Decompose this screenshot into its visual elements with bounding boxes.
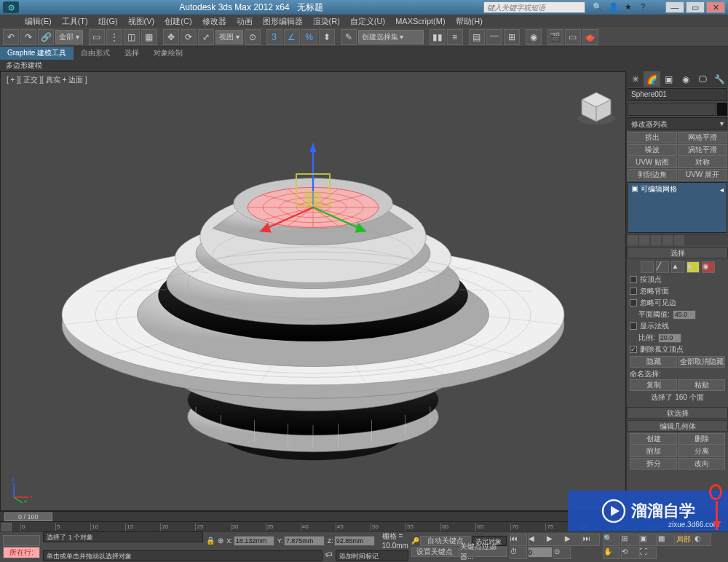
by-vertex-checkbox[interactable]	[630, 276, 637, 283]
zoom-extents-button[interactable]: ▣	[639, 534, 657, 546]
modifier-list-dropdown[interactable]: 修改器列表▾	[628, 117, 727, 130]
modify-tab[interactable]: 🌈	[644, 71, 660, 87]
restore-button[interactable]: ▭	[686, 1, 705, 13]
make-unique-button[interactable]	[651, 235, 661, 245]
object-name-field[interactable]: Sphere001	[628, 88, 727, 101]
hierarchy-tab[interactable]: ▣	[660, 71, 677, 87]
snap-toggle[interactable]: 3	[266, 29, 282, 45]
ribbon-tab-graphite[interactable]: Graphite 建模工具	[0, 47, 74, 60]
coord-x-input[interactable]	[234, 536, 274, 546]
orbit-button[interactable]: ⟲	[621, 547, 638, 559]
menu-customize[interactable]: 自定义(U)	[347, 15, 388, 28]
rollout-editgeo-header[interactable]: 编辑几何体	[627, 420, 728, 432]
select-name-button[interactable]: ⋮	[106, 29, 122, 45]
hide-button[interactable]: 隐藏	[630, 356, 677, 368]
pivot-button[interactable]: ⊙	[245, 29, 261, 45]
close-button[interactable]: ✕	[706, 1, 725, 13]
display-tab[interactable]: 🖵	[695, 71, 711, 87]
spinner-snap-toggle[interactable]: ⬍	[319, 29, 335, 45]
unhide-all-button[interactable]: 全部取消隐藏	[678, 356, 725, 368]
track-toggle-icon[interactable]	[1, 523, 12, 531]
time-tag-icon[interactable]: 🏷	[325, 550, 333, 561]
mod-uvwmap[interactable]: UVW 贴图	[628, 157, 677, 168]
geo-delete-button[interactable]: 删除	[678, 433, 725, 445]
mod-extrude[interactable]: 挤出	[628, 132, 677, 143]
mod-noise[interactable]: 噪波	[628, 144, 677, 156]
maximize-viewport-button[interactable]: ⛶	[639, 547, 657, 559]
undo-button[interactable]: ↶	[3, 29, 19, 45]
ignore-visible-checkbox[interactable]	[630, 299, 637, 306]
menu-maxscript[interactable]: MAXScript(M)	[392, 16, 448, 26]
viewport[interactable]: [ + ][ 正交 ][ 真实 + 边面 ]	[0, 71, 626, 511]
subobj-polygon[interactable]: ■	[687, 261, 700, 273]
align-button[interactable]: ≡	[447, 29, 463, 45]
fov-button[interactable]: ◐	[694, 534, 711, 546]
schematic-view-button[interactable]: ⊞	[504, 29, 520, 45]
utilities-tab[interactable]: 🔧	[711, 71, 728, 87]
ribbon-panel-label[interactable]: 多边形建模	[0, 60, 728, 71]
render-setup-button[interactable]: 🎬	[547, 29, 563, 45]
render-frame-button[interactable]: ▭	[565, 29, 581, 45]
mod-uvwunwrap[interactable]: UVW 展开	[678, 169, 727, 181]
geo-turn-button[interactable]: 改向	[678, 458, 725, 470]
rollout-softsel-header[interactable]: 软选择	[627, 407, 728, 419]
show-end-result-button[interactable]	[639, 235, 649, 245]
zoom-all-button[interactable]: ⊞	[621, 534, 638, 546]
ribbon-tab-freeform[interactable]: 自由形式	[74, 47, 117, 60]
planar-thresh-spinner[interactable]: 45.0	[673, 310, 696, 320]
mirror-button[interactable]: ▮▮	[430, 29, 446, 45]
menu-animation[interactable]: 动画	[234, 15, 256, 28]
menu-help[interactable]: 帮助(H)	[453, 15, 486, 28]
delete-iso-checkbox[interactable]	[630, 346, 637, 353]
add-time-tag[interactable]: 添加时间标记	[336, 550, 408, 561]
setkey-button[interactable]: 设置关键点	[411, 547, 459, 557]
goto-end-button[interactable]: ⏭	[582, 534, 600, 546]
isolate-button[interactable]: 局部	[676, 534, 693, 546]
current-frame-input[interactable]	[528, 547, 553, 558]
search-icon[interactable]: 🔍	[593, 2, 603, 12]
move-button[interactable]: ✥	[163, 29, 179, 45]
link-button[interactable]: 🔗	[38, 29, 54, 45]
stack-editable-mesh[interactable]: ▣ 可编辑网格◂	[628, 183, 727, 196]
menu-create[interactable]: 创建(C)	[162, 15, 194, 28]
create-tab[interactable]: ✳	[627, 71, 644, 87]
render-button[interactable]: 🫖	[582, 29, 598, 45]
select-button[interactable]: ▭	[89, 29, 105, 45]
viewcube[interactable]	[574, 87, 618, 130]
pin-stack-button[interactable]	[628, 235, 638, 245]
select-region-button[interactable]: ◫	[124, 29, 140, 45]
menu-edit[interactable]: 编辑(E)	[22, 15, 55, 28]
modifier-stack[interactable]: ▣ 可编辑网格◂	[628, 182, 727, 233]
material-editor-button[interactable]: ◉	[526, 29, 542, 45]
minimize-button[interactable]: —	[665, 1, 684, 13]
scale-button[interactable]: ⤢	[198, 29, 214, 45]
configure-sets-button[interactable]	[674, 235, 684, 245]
geo-attach-button[interactable]: 附加	[630, 446, 677, 457]
geo-create-button[interactable]: 创建	[630, 433, 677, 445]
named-sel-dropdown[interactable]: 创建选择集 ▾	[358, 30, 424, 44]
percent-snap-toggle[interactable]: %	[301, 29, 317, 45]
model-geometry[interactable]	[45, 74, 581, 509]
mod-turbosmooth[interactable]: 涡轮平滑	[678, 144, 727, 156]
menu-modifiers[interactable]: 修改器	[199, 15, 229, 28]
help-icon[interactable]: ?	[641, 2, 651, 12]
keyfilter-button[interactable]: 关键点过滤器...	[459, 547, 507, 557]
menu-graph[interactable]: 图形编辑器	[260, 15, 306, 28]
favorite-icon[interactable]: ★	[625, 2, 635, 12]
remove-mod-button[interactable]	[662, 235, 673, 245]
selection-set-dropdown[interactable]: 全部 ▾	[55, 30, 83, 44]
coord-y-input[interactable]	[284, 536, 325, 546]
menu-view[interactable]: 视图(V)	[125, 15, 158, 28]
lock-icon[interactable]: 🔒	[206, 537, 215, 545]
keymode-toggle-icon[interactable]: 🔑	[411, 537, 419, 545]
mod-symmetry[interactable]: 对称	[678, 157, 727, 168]
goto-start-button[interactable]: ⏮	[510, 534, 527, 546]
ribbon-tab-paint[interactable]: 对象绘制	[146, 47, 190, 60]
angle-snap-toggle[interactable]: ∠	[284, 29, 300, 45]
signin-icon[interactable]: 👤	[609, 2, 619, 12]
motion-tab[interactable]: ◉	[678, 71, 695, 87]
menu-render[interactable]: 渲染(R)	[310, 15, 343, 28]
rollout-selection-header[interactable]: 选择	[627, 247, 728, 258]
paste-sel-button[interactable]: 粘贴	[678, 379, 725, 391]
subobj-element[interactable]: ◉	[702, 261, 715, 273]
